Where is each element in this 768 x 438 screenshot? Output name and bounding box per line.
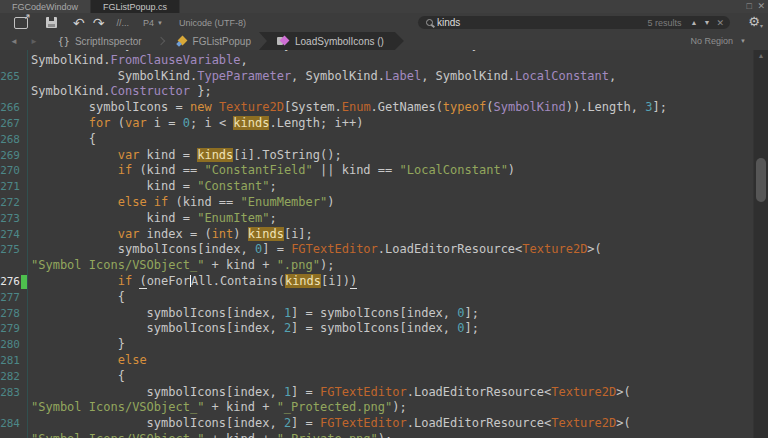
line-number: 272: [0, 195, 20, 211]
code-row[interactable]: 282 {: [0, 369, 768, 385]
script-inspector-window: FGCodeWindow FGListPopup.cs □ ✕ ▾≡ ↶ ↷ /…: [0, 0, 768, 438]
code-row[interactable]: 270 if (kind == "ConstantField" || kind …: [0, 163, 768, 179]
undo-button[interactable]: ↶: [73, 14, 85, 31]
code-editor[interactable]: SymbolKind.Parameter, SymbolKind.CatchVa…: [0, 50, 768, 438]
chevron-down-icon: ▼: [740, 38, 746, 44]
line-number: 268: [0, 132, 20, 148]
code-row[interactable]: 273 kind = "EnumItem";: [0, 211, 768, 227]
line-number: 284: [0, 416, 20, 432]
search-input[interactable]: kinds: [437, 17, 460, 28]
line-number: 274: [0, 227, 20, 243]
p4-label: P4: [143, 18, 154, 28]
p4-dropdown[interactable]: P4 ▼: [143, 14, 163, 31]
navigate-back-icon[interactable]: ◄: [10, 37, 18, 46]
line-number: 271: [0, 179, 20, 195]
line-number: 283: [0, 385, 20, 401]
code-row[interactable]: SymbolKind.Constructor };: [0, 84, 768, 100]
line-number: 281: [0, 353, 20, 369]
clear-search-icon[interactable]: ✕: [716, 18, 724, 28]
code-row[interactable]: 271 kind = "Constant";: [0, 179, 768, 195]
breadcrumb-item-fglistpopup[interactable]: FGListPopup: [166, 32, 265, 50]
redo-button[interactable]: ↷: [93, 14, 105, 31]
line-number: 279: [0, 321, 20, 337]
line-number: 267: [0, 116, 20, 132]
line-number: 278: [0, 306, 20, 322]
code-row[interactable]: 281 else: [0, 353, 768, 369]
line-number: 282: [0, 369, 20, 385]
code-row[interactable]: 266 symbolIcons = new Texture2D[System.E…: [0, 100, 768, 116]
code-row[interactable]: 279 symbolIcons[index, 2] = symbolIcons[…: [0, 321, 768, 337]
tab-fgcodewindow[interactable]: FGCodeWindow: [0, 0, 91, 13]
toggle-comment-button[interactable]: //...: [116, 14, 129, 31]
code-row[interactable]: "Symbol Icons/VSObject_" + kind + "_Priv…: [0, 432, 768, 438]
code-row[interactable]: 275 symbolIcons[index, 0] = FGTextEditor…: [0, 242, 768, 258]
save-icon: [46, 17, 57, 28]
tab-fglistpopup[interactable]: FGListPopup.cs: [91, 0, 180, 13]
code-row[interactable]: "Symbol Icons/VSObject_" + kind + ".png"…: [0, 258, 768, 274]
code-row[interactable]: 278 symbolIcons[index, 1] = symbolIcons[…: [0, 306, 768, 322]
region-label: No Region: [691, 36, 734, 46]
line-number: 275: [0, 242, 20, 258]
line-number: 265: [0, 69, 20, 85]
close-icon[interactable]: ✕: [757, 0, 765, 12]
code-row[interactable]: 277 {: [0, 290, 768, 306]
code-row[interactable]: 280 }: [0, 337, 768, 353]
tab-bar: FGCodeWindow FGListPopup.cs □ ✕: [0, 0, 768, 13]
code-row[interactable]: 265 SymbolKind.TypeParameter, SymbolKind…: [0, 69, 768, 85]
vertical-scrollbar[interactable]: ▲: [753, 50, 768, 438]
breadcrumb-item-loadsymbolicons[interactable]: LoadSymbolIcons (): [259, 32, 404, 50]
braces-icon: {}: [58, 36, 70, 47]
line-number: 277: [0, 290, 20, 306]
search-results-count: 5 results: [648, 18, 682, 28]
code-row[interactable]: 276 if (oneForAll.Contains(kinds[i])): [0, 274, 768, 290]
breadcrumb-item-label: LoadSymbolIcons (): [295, 36, 384, 47]
region-selector[interactable]: No Region ▼: [691, 36, 746, 46]
search-icon: [426, 19, 433, 26]
save-button[interactable]: [46, 14, 57, 31]
breadcrumb: ◄ ► {}ScriptInspectorFGListPopupLoadSymb…: [0, 32, 768, 51]
prev-result-icon[interactable]: ▲: [691, 19, 698, 26]
code-row[interactable]: 272 else if (kind == "EnumMember"): [0, 195, 768, 211]
line-number: 266: [0, 100, 20, 116]
breadcrumb-items: {}ScriptInspectorFGListPopupLoadSymbolIc…: [48, 32, 404, 50]
code-row[interactable]: SymbolKind.FromClauseVariable,: [0, 53, 768, 69]
code-row[interactable]: 267 for (var i = 0; i < kinds.Length; i+…: [0, 116, 768, 132]
chevron-right-icon: [156, 37, 164, 45]
code-row[interactable]: 284 symbolIcons[index, 2] = FGTextEditor…: [0, 416, 768, 432]
code-row[interactable]: "Symbol Icons/VSObject_" + kind + "_Prot…: [0, 400, 768, 416]
scroll-up-icon[interactable]: ▲: [754, 52, 768, 59]
code-row[interactable]: 269 var kind = kinds[i].ToString();: [0, 148, 768, 164]
line-number: 276: [0, 274, 20, 290]
encoding-label: Unicode (UTF-8): [179, 14, 246, 31]
maximize-icon[interactable]: □: [747, 0, 752, 12]
navigate-forward-icon[interactable]: ►: [30, 37, 38, 46]
code-rows: SymbolKind.Parameter, SymbolKind.CatchVa…: [0, 50, 768, 438]
breadcrumb-item-label: FGListPopup: [193, 36, 251, 47]
code-row[interactable]: 283 symbolIcons[index, 1] = FGTextEditor…: [0, 385, 768, 401]
chevron-down-icon: ▼: [157, 20, 163, 26]
breadcrumb-item-scriptinspector[interactable]: {}ScriptInspector: [48, 32, 156, 50]
line-number: 273: [0, 211, 20, 227]
line-number: 269: [0, 148, 20, 164]
scrollbar-thumb[interactable]: [756, 158, 766, 202]
line-number: 270: [0, 163, 20, 179]
gear-icon[interactable]: ⚙▾: [748, 15, 763, 33]
code-row[interactable]: 268 {: [0, 132, 768, 148]
breadcrumb-item-label: ScriptInspector: [75, 36, 142, 47]
open-new-window-button[interactable]: [14, 14, 28, 31]
search-field[interactable]: kinds 5 results ▲ ▼ ✕: [418, 16, 730, 29]
class-icon: [176, 35, 188, 47]
code-row[interactable]: 274 var index = (int) kinds[i];: [0, 227, 768, 243]
open-new-window-icon: [14, 17, 28, 29]
changed-line-marker: [21, 275, 27, 289]
next-result-icon[interactable]: ▼: [704, 19, 711, 26]
method-icon: [277, 35, 290, 47]
line-number: 280: [0, 337, 20, 353]
